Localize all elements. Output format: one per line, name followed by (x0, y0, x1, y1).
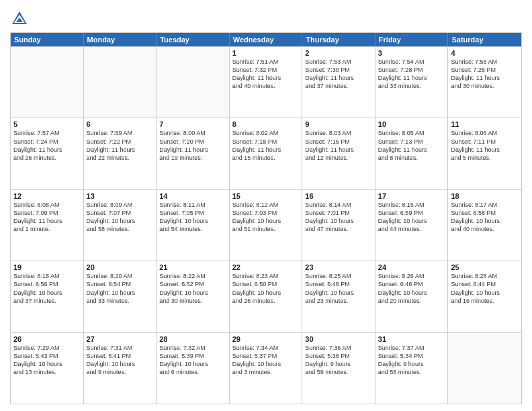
day-number: 12 (13, 192, 81, 200)
day-info: Sunrise: 8:20 AM Sunset: 6:54 PM Dayligh… (87, 272, 154, 305)
day-number: 24 (378, 263, 445, 271)
day-info: Sunrise: 7:32 AM Sunset: 5:39 PM Dayligh… (159, 344, 226, 377)
calendar-cell-1-6: 3Sunrise: 7:54 AM Sunset: 7:28 PM Daylig… (375, 47, 449, 118)
day-info: Sunrise: 8:14 AM Sunset: 7:01 PM Dayligh… (305, 201, 372, 234)
logo (10, 9, 32, 28)
day-number: 20 (87, 263, 154, 271)
calendar-cell-2-4: 8Sunrise: 8:02 AM Sunset: 7:18 PM Daylig… (230, 118, 303, 189)
calendar-cell-5-2: 27Sunrise: 7:31 AM Sunset: 5:41 PM Dayli… (84, 333, 157, 404)
calendar-cell-3-3: 14Sunrise: 8:11 AM Sunset: 7:05 PM Dayli… (157, 190, 230, 261)
day-number: 9 (305, 120, 372, 128)
day-info: Sunrise: 8:28 AM Sunset: 6:44 PM Dayligh… (451, 272, 519, 305)
calendar-cell-1-3 (157, 47, 230, 118)
day-info: Sunrise: 8:05 AM Sunset: 7:13 PM Dayligh… (378, 129, 445, 162)
day-number: 19 (13, 263, 81, 271)
day-of-week-friday: Friday (375, 33, 449, 46)
calendar-cell-3-1: 12Sunrise: 8:08 AM Sunset: 7:09 PM Dayli… (11, 190, 84, 261)
day-of-week-saturday: Saturday (448, 33, 521, 46)
day-of-week-sunday: Sunday (11, 33, 84, 46)
day-info: Sunrise: 7:53 AM Sunset: 7:30 PM Dayligh… (305, 58, 372, 91)
calendar-cell-2-5: 9Sunrise: 8:03 AM Sunset: 7:15 PM Daylig… (302, 118, 375, 189)
day-info: Sunrise: 8:03 AM Sunset: 7:15 PM Dayligh… (305, 129, 372, 162)
calendar-cell-5-4: 29Sunrise: 7:34 AM Sunset: 5:37 PM Dayli… (230, 333, 303, 404)
day-info: Sunrise: 8:00 AM Sunset: 7:20 PM Dayligh… (159, 129, 226, 162)
calendar-cell-2-7: 11Sunrise: 8:06 AM Sunset: 7:11 PM Dayli… (448, 118, 521, 189)
day-number: 29 (232, 335, 300, 343)
calendar-cell-4-3: 21Sunrise: 8:22 AM Sunset: 6:52 PM Dayli… (157, 261, 230, 332)
day-number: 17 (378, 192, 445, 200)
calendar-cell-5-7 (448, 333, 521, 404)
day-info: Sunrise: 8:09 AM Sunset: 7:07 PM Dayligh… (87, 201, 154, 234)
day-info: Sunrise: 8:02 AM Sunset: 7:18 PM Dayligh… (232, 129, 300, 162)
calendar-row-5: 26Sunrise: 7:29 AM Sunset: 5:43 PM Dayli… (11, 332, 521, 404)
day-number: 8 (232, 120, 300, 128)
day-info: Sunrise: 8:11 AM Sunset: 7:05 PM Dayligh… (159, 201, 226, 234)
day-info: Sunrise: 8:23 AM Sunset: 6:50 PM Dayligh… (232, 272, 300, 305)
calendar-cell-2-3: 7Sunrise: 8:00 AM Sunset: 7:20 PM Daylig… (157, 118, 230, 189)
day-info: Sunrise: 7:29 AM Sunset: 5:43 PM Dayligh… (13, 344, 81, 377)
day-info: Sunrise: 8:15 AM Sunset: 6:59 PM Dayligh… (378, 201, 445, 234)
calendar-row-1: 1Sunrise: 7:51 AM Sunset: 7:32 PM Daylig… (11, 46, 521, 118)
day-info: Sunrise: 7:54 AM Sunset: 7:28 PM Dayligh… (378, 58, 445, 91)
day-number: 6 (87, 120, 154, 128)
day-info: Sunrise: 7:34 AM Sunset: 5:37 PM Dayligh… (232, 344, 300, 377)
day-info: Sunrise: 8:18 AM Sunset: 6:56 PM Dayligh… (13, 272, 81, 305)
calendar-cell-5-3: 28Sunrise: 7:32 AM Sunset: 5:39 PM Dayli… (157, 333, 230, 404)
calendar-cell-2-6: 10Sunrise: 8:05 AM Sunset: 7:13 PM Dayli… (375, 118, 449, 189)
calendar-cell-4-5: 23Sunrise: 8:25 AM Sunset: 6:48 PM Dayli… (302, 261, 375, 332)
calendar-cell-1-1 (11, 47, 84, 118)
day-info: Sunrise: 7:37 AM Sunset: 5:34 PM Dayligh… (378, 344, 445, 377)
day-info: Sunrise: 8:25 AM Sunset: 6:48 PM Dayligh… (305, 272, 372, 305)
calendar-cell-5-1: 26Sunrise: 7:29 AM Sunset: 5:43 PM Dayli… (11, 333, 84, 404)
header (10, 7, 522, 28)
day-info: Sunrise: 7:59 AM Sunset: 7:22 PM Dayligh… (87, 129, 154, 162)
day-number: 26 (13, 335, 81, 343)
day-number: 7 (159, 120, 226, 128)
day-number: 3 (378, 49, 445, 57)
day-of-week-tuesday: Tuesday (157, 33, 230, 46)
calendar-cell-1-4: 1Sunrise: 7:51 AM Sunset: 7:32 PM Daylig… (230, 47, 303, 118)
calendar-header: SundayMondayTuesdayWednesdayThursdayFrid… (11, 33, 521, 46)
calendar-row-4: 19Sunrise: 8:18 AM Sunset: 6:56 PM Dayli… (11, 261, 521, 332)
day-number: 10 (378, 120, 445, 128)
day-number: 2 (305, 49, 372, 57)
day-number: 22 (232, 263, 300, 271)
calendar: SundayMondayTuesdayWednesdayThursdayFrid… (10, 32, 522, 404)
day-of-week-monday: Monday (84, 33, 157, 46)
calendar-cell-3-2: 13Sunrise: 8:09 AM Sunset: 7:07 PM Dayli… (84, 190, 157, 261)
calendar-cell-5-5: 30Sunrise: 7:36 AM Sunset: 5:36 PM Dayli… (302, 333, 375, 404)
day-info: Sunrise: 8:12 AM Sunset: 7:03 PM Dayligh… (232, 201, 300, 234)
day-number: 27 (87, 335, 154, 343)
calendar-cell-1-7: 4Sunrise: 7:56 AM Sunset: 7:26 PM Daylig… (448, 47, 521, 118)
day-info: Sunrise: 7:56 AM Sunset: 7:26 PM Dayligh… (451, 58, 519, 91)
logo-icon (10, 9, 29, 28)
calendar-cell-4-6: 24Sunrise: 8:26 AM Sunset: 6:46 PM Dayli… (375, 261, 449, 332)
day-number: 15 (232, 192, 300, 200)
day-info: Sunrise: 7:57 AM Sunset: 7:24 PM Dayligh… (13, 129, 81, 162)
calendar-cell-1-5: 2Sunrise: 7:53 AM Sunset: 7:30 PM Daylig… (302, 47, 375, 118)
calendar-body: 1Sunrise: 7:51 AM Sunset: 7:32 PM Daylig… (11, 46, 521, 404)
day-number: 5 (13, 120, 81, 128)
day-number: 21 (159, 263, 226, 271)
day-info: Sunrise: 7:36 AM Sunset: 5:36 PM Dayligh… (305, 344, 372, 377)
day-number: 31 (378, 335, 445, 343)
day-info: Sunrise: 8:06 AM Sunset: 7:11 PM Dayligh… (451, 129, 519, 162)
day-number: 1 (232, 49, 300, 57)
calendar-cell-3-7: 18Sunrise: 8:17 AM Sunset: 6:58 PM Dayli… (448, 190, 521, 261)
calendar-row-3: 12Sunrise: 8:08 AM Sunset: 7:09 PM Dayli… (11, 189, 521, 261)
calendar-cell-3-6: 17Sunrise: 8:15 AM Sunset: 6:59 PM Dayli… (375, 190, 449, 261)
day-of-week-thursday: Thursday (302, 33, 375, 46)
day-number: 13 (87, 192, 154, 200)
day-number: 25 (451, 263, 519, 271)
day-info: Sunrise: 8:22 AM Sunset: 6:52 PM Dayligh… (159, 272, 226, 305)
day-info: Sunrise: 7:31 AM Sunset: 5:41 PM Dayligh… (87, 344, 154, 377)
calendar-cell-4-7: 25Sunrise: 8:28 AM Sunset: 6:44 PM Dayli… (448, 261, 521, 332)
day-info: Sunrise: 7:51 AM Sunset: 7:32 PM Dayligh… (232, 58, 300, 91)
day-info: Sunrise: 8:17 AM Sunset: 6:58 PM Dayligh… (451, 201, 519, 234)
calendar-cell-3-4: 15Sunrise: 8:12 AM Sunset: 7:03 PM Dayli… (230, 190, 303, 261)
day-number: 23 (305, 263, 372, 271)
page: SundayMondayTuesdayWednesdayThursdayFrid… (0, 0, 532, 411)
calendar-cell-2-2: 6Sunrise: 7:59 AM Sunset: 7:22 PM Daylig… (84, 118, 157, 189)
day-number: 14 (159, 192, 226, 200)
calendar-cell-4-4: 22Sunrise: 8:23 AM Sunset: 6:50 PM Dayli… (230, 261, 303, 332)
